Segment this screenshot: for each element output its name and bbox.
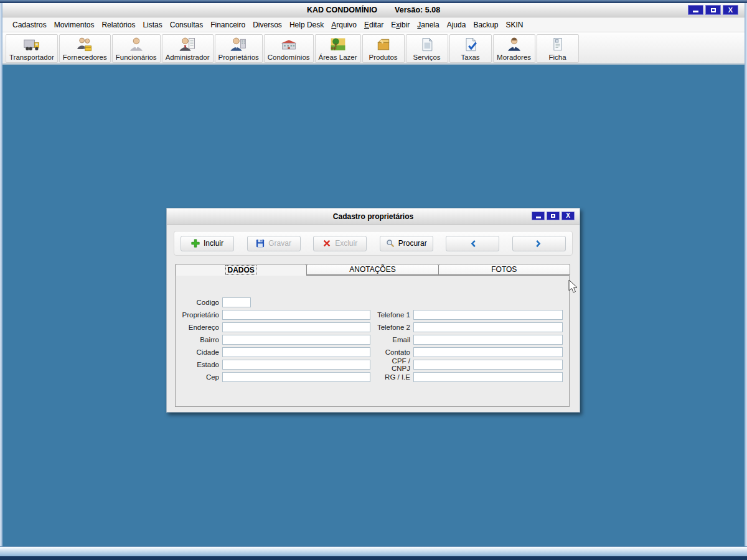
toolbar-produtos-button[interactable]: Produtos	[362, 34, 405, 63]
procurar-button[interactable]: Procurar	[380, 236, 433, 251]
tab-dados-content: Codigo Proprietário Telefone 1 Endereço …	[175, 275, 570, 407]
red-x-icon	[322, 239, 331, 248]
codigo-input[interactable]	[222, 297, 251, 307]
toolbar-label: Áreas Lazer	[319, 54, 357, 62]
menu-arquivo[interactable]: Arquivo	[327, 19, 360, 31]
next-record-button[interactable]	[512, 236, 566, 251]
chevron-left-icon	[468, 239, 477, 248]
excluir-label: Excluir	[335, 239, 357, 248]
menu-backup[interactable]: Backup	[469, 19, 502, 31]
dialog-toolbar-panel: Incluir Gravar Excluir	[174, 231, 573, 256]
toolbar-servicos-button[interactable]: Serviços	[406, 34, 448, 63]
rg-ie-label: RG / I.E	[373, 373, 410, 381]
toolbar-taxas-button[interactable]: Taxas	[449, 34, 492, 63]
main-titlebar: KAD CONDOMÍNIO Versão: 5.08 X	[2, 3, 745, 17]
toolbar-label: Administrador	[166, 54, 210, 62]
telefone2-input[interactable]	[413, 322, 563, 332]
toolbar-label: Funcionários	[116, 54, 157, 62]
menu-bar: Cadastros Movimentos Relatórios Listas C…	[2, 17, 745, 32]
incluir-button[interactable]: Incluir	[181, 236, 234, 251]
menu-movimentos[interactable]: Movimentos	[50, 19, 98, 31]
minimize-icon	[536, 217, 541, 218]
maximize-button[interactable]	[705, 5, 721, 15]
chevron-right-icon	[534, 239, 543, 248]
endereco-label: Endereço	[176, 324, 219, 331]
email-input[interactable]	[413, 335, 563, 345]
menu-editar[interactable]: Editar	[360, 19, 387, 31]
tab-fotos[interactable]: FOTOS	[438, 264, 570, 275]
estado-input[interactable]	[222, 360, 370, 370]
menu-listas[interactable]: Listas	[139, 19, 166, 31]
gravar-button[interactable]: Gravar	[247, 236, 301, 251]
toolbar-label: Proprietários	[218, 54, 259, 62]
menu-exibir[interactable]: Exibir	[387, 19, 413, 31]
telefone1-label: Telefone 1	[373, 311, 410, 319]
minimize-icon	[693, 11, 698, 12]
window-controls: X	[688, 5, 738, 15]
toolbar-label: Taxas	[461, 54, 480, 62]
cidade-input[interactable]	[222, 347, 370, 357]
app-title: KAD CONDOMÍNIO	[307, 6, 377, 14]
menu-ajuda[interactable]: Ajuda	[443, 19, 470, 31]
cpf-cnpj-input[interactable]	[413, 360, 563, 370]
excluir-button[interactable]: Excluir	[313, 236, 367, 251]
cep-input[interactable]	[222, 372, 370, 382]
toolbar-moradores-button[interactable]: Moradores	[493, 34, 535, 63]
toolbar-ficha-button[interactable]: Ficha	[537, 34, 579, 63]
dialog-titlebar[interactable]: Cadastro proprietários X	[167, 208, 580, 225]
contato-input[interactable]	[413, 347, 563, 357]
tab-dados[interactable]: DADOS	[175, 264, 307, 276]
estado-label: Estado	[176, 361, 219, 368]
close-icon: X	[728, 7, 733, 14]
services-document-icon	[418, 36, 436, 54]
toolbar-label: Ficha	[549, 54, 566, 62]
toolbar-proprietarios-button[interactable]: Proprietários	[215, 34, 263, 63]
tab-anotacoes[interactable]: ANOTAÇÕES	[306, 264, 438, 275]
telefone1-input[interactable]	[413, 310, 563, 320]
employee-icon	[127, 36, 146, 54]
dialog-title: Cadastro proprietários	[333, 212, 413, 221]
taxes-check-icon	[461, 36, 480, 54]
dialog-minimize-button[interactable]	[532, 212, 545, 220]
toolbar-fornecedores-button[interactable]: Fornecedores	[59, 34, 111, 63]
toolbar-transportador-button[interactable]: Transportador	[6, 34, 58, 63]
cep-label: Cep	[176, 373, 219, 381]
menu-cadastros[interactable]: Cadastros	[9, 19, 50, 31]
toolbar-label: Produtos	[369, 54, 398, 62]
truck-icon	[22, 36, 41, 54]
plus-icon	[191, 239, 200, 248]
toolbar-areas-lazer-button[interactable]: Áreas Lazer	[315, 34, 361, 63]
close-button[interactable]: X	[723, 5, 738, 15]
menu-relatorios[interactable]: Relatórios	[98, 19, 139, 31]
menu-financeiro[interactable]: Financeiro	[207, 19, 249, 31]
proprietario-input[interactable]	[222, 310, 370, 320]
mdi-client-area: Cadastro proprietários X Incluir	[2, 65, 745, 546]
incluir-label: Incluir	[204, 239, 223, 248]
previous-record-button[interactable]	[446, 236, 499, 251]
app-version: Versão: 5.08	[395, 6, 440, 14]
rg-ie-input[interactable]	[413, 372, 563, 382]
toolbar-administrador-button[interactable]: Administrador	[162, 34, 214, 63]
dialog-maximize-button[interactable]	[547, 212, 560, 220]
menu-consultas[interactable]: Consultas	[166, 19, 207, 31]
toolbar-condominios-button[interactable]: Condomínios	[264, 34, 314, 63]
menu-skin[interactable]: SKIN	[502, 19, 527, 31]
proprietario-label: Proprietário	[176, 311, 219, 319]
codigo-label: Codigo	[176, 299, 219, 306]
menu-janela[interactable]: Janela	[413, 19, 443, 31]
endereco-input[interactable]	[222, 322, 370, 332]
menu-diversos[interactable]: Diversos	[249, 19, 286, 31]
toolbar-label: Condomínios	[268, 54, 310, 62]
contato-label: Contato	[373, 348, 410, 356]
bairro-input[interactable]	[222, 335, 370, 345]
close-icon: X	[566, 213, 570, 219]
bairro-label: Bairro	[176, 336, 219, 343]
minimize-button[interactable]	[688, 5, 703, 15]
floppy-disk-icon	[256, 239, 265, 248]
toolbar-label: Fornecedores	[63, 54, 107, 62]
toolbar-funcionarios-button[interactable]: Funcionários	[112, 34, 161, 63]
menu-help-desk[interactable]: Help Desk	[286, 19, 327, 31]
dialog-tabs: DADOS ANOTAÇÕES FOTOS	[175, 264, 570, 275]
dialog-close-button[interactable]: X	[561, 212, 575, 220]
toolbar-label: Moradores	[497, 54, 531, 62]
